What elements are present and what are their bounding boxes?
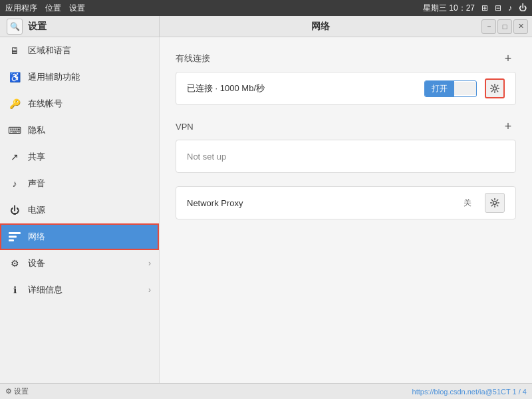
device-arrow-icon: › bbox=[148, 259, 151, 268]
power-icon: ⏻ bbox=[519, 3, 527, 13]
sidebar-item-account-label: 在线帐号 bbox=[28, 98, 151, 110]
svg-rect-1 bbox=[9, 236, 17, 238]
sidebar-item-share[interactable]: ↗ 共享 bbox=[0, 144, 159, 170]
main-area: 🖥 区域和语言 ♿ 通用辅助功能 🔑 在线帐号 ⌨ 隐私 ↗ 共享 bbox=[0, 37, 532, 383]
sidebar-item-device-label: 设备 bbox=[28, 257, 142, 269]
app-menu[interactable]: 应用程序 bbox=[5, 3, 37, 14]
vpn-add-button[interactable]: + bbox=[500, 118, 516, 134]
proxy-status-label: 关 bbox=[464, 198, 471, 209]
sidebar-item-sound[interactable]: ♪ 声音 bbox=[0, 170, 159, 197]
sound-icon: ♪ bbox=[8, 177, 21, 190]
device-icon: ⚙ bbox=[8, 257, 21, 270]
vpn-section: VPN + Not set up bbox=[176, 118, 516, 173]
monitor-icon: ⊞ bbox=[481, 3, 488, 13]
sidebar-item-network-label: 网络 bbox=[28, 231, 151, 243]
system-bar-left: 应用程序 位置 设置 bbox=[5, 3, 85, 14]
settings-menu[interactable]: 设置 bbox=[69, 3, 85, 14]
wired-connection-row: 已连接 · 1000 Mb/秒 打开 bbox=[176, 72, 515, 104]
position-menu[interactable]: 位置 bbox=[45, 3, 61, 14]
wired-settings-button[interactable] bbox=[485, 78, 505, 98]
bottom-bar-left: ⚙ 设置 bbox=[5, 386, 29, 396]
search-button[interactable]: 🔍 bbox=[7, 19, 23, 35]
toggle-off-label[interactable] bbox=[454, 82, 476, 95]
settings-panel-title: 设置 bbox=[28, 21, 47, 33]
sidebar-item-region-label: 区域和语言 bbox=[28, 45, 151, 57]
volume-icon: ♪ bbox=[508, 3, 512, 13]
sidebar-item-power-label: 电源 bbox=[28, 204, 151, 216]
vpn-card: Not set up bbox=[176, 140, 516, 173]
share-icon: ↗ bbox=[8, 150, 21, 164]
titlebar: 🔍 设置 网络 － □ ✕ bbox=[0, 16, 532, 37]
titlebar-controls: － □ ✕ bbox=[481, 19, 532, 34]
sidebar-item-account[interactable]: 🔑 在线帐号 bbox=[0, 90, 159, 117]
sidebar-item-accessibility[interactable]: ♿ 通用辅助功能 bbox=[0, 64, 159, 90]
toggle-on-label[interactable]: 打开 bbox=[425, 81, 454, 96]
info-arrow-icon: › bbox=[148, 285, 151, 295]
sidebar-item-info-label: 详细信息 bbox=[28, 284, 142, 296]
proxy-settings-button[interactable] bbox=[485, 193, 505, 213]
system-bar-right: 星期三 10：27 ⊞ ⊟ ♪ ⏻ bbox=[423, 3, 527, 14]
power-sidebar-icon: ⏻ bbox=[8, 203, 21, 217]
accessibility-icon: ♿ bbox=[8, 70, 21, 84]
wired-connection-label: 已连接 · 1000 Mb/秒 bbox=[187, 82, 416, 94]
proxy-row: Network Proxy 关 bbox=[176, 187, 515, 219]
wired-add-button[interactable]: + bbox=[500, 51, 516, 66]
network-sidebar-icon bbox=[8, 230, 21, 243]
info-icon: ℹ bbox=[8, 283, 21, 297]
vpn-section-header: VPN + bbox=[176, 118, 516, 134]
sidebar-item-privacy-label: 隐私 bbox=[28, 124, 151, 136]
proxy-label: Network Proxy bbox=[187, 198, 456, 208]
sidebar-item-region[interactable]: 🖥 区域和语言 bbox=[0, 37, 159, 64]
network-icon: ⊟ bbox=[495, 3, 501, 13]
bottom-bar-right: https://blog.csdn.net/ia@51CT 1 / 4 bbox=[412, 388, 527, 396]
wired-section-header: 有线连接 + bbox=[176, 51, 516, 66]
region-icon: 🖥 bbox=[8, 44, 21, 57]
sidebar-item-network[interactable]: 网络 bbox=[0, 223, 159, 250]
privacy-icon: ⌨ bbox=[8, 124, 21, 137]
bottom-bar: ⚙ 设置 https://blog.csdn.net/ia@51CT 1 / 4 bbox=[0, 383, 532, 399]
wired-section-title: 有线连接 bbox=[176, 53, 210, 65]
titlebar-left: 🔍 设置 bbox=[0, 16, 160, 37]
svg-rect-0 bbox=[9, 232, 21, 234]
sidebar-item-power[interactable]: ⏻ 电源 bbox=[0, 197, 159, 223]
svg-rect-2 bbox=[9, 239, 14, 241]
wired-connection-card: 已连接 · 1000 Mb/秒 打开 bbox=[176, 72, 516, 105]
svg-point-4 bbox=[493, 201, 497, 205]
close-button[interactable]: ✕ bbox=[513, 19, 528, 34]
sidebar-item-sound-label: 声音 bbox=[28, 178, 151, 190]
titlebar-center-title: 网络 bbox=[160, 21, 481, 33]
maximize-button[interactable]: □ bbox=[497, 19, 512, 34]
content-area: 有线连接 + 已连接 · 1000 Mb/秒 打开 bbox=[160, 37, 532, 383]
vpn-empty-label: Not set up bbox=[176, 140, 515, 172]
window: 🔍 设置 网络 － □ ✕ 🖥 区域和语言 ♿ 通用辅助功能 🔑 bbox=[0, 16, 532, 399]
sidebar-item-share-label: 共享 bbox=[28, 151, 151, 163]
minimize-button[interactable]: － bbox=[481, 19, 496, 34]
sidebar-item-device[interactable]: ⚙ 设备 › bbox=[0, 250, 159, 277]
account-icon: 🔑 bbox=[8, 97, 21, 110]
proxy-card: Network Proxy 关 bbox=[176, 186, 516, 219]
datetime-label: 星期三 10：27 bbox=[423, 3, 475, 14]
wired-section: 有线连接 + 已连接 · 1000 Mb/秒 打开 bbox=[176, 51, 516, 105]
svg-point-3 bbox=[493, 87, 497, 90]
sidebar: 🖥 区域和语言 ♿ 通用辅助功能 🔑 在线帐号 ⌨ 隐私 ↗ 共享 bbox=[0, 37, 160, 383]
system-bar: 应用程序 位置 设置 星期三 10：27 ⊞ ⊟ ♪ ⏻ bbox=[0, 0, 532, 16]
sidebar-item-privacy[interactable]: ⌨ 隐私 bbox=[0, 117, 159, 144]
vpn-section-title: VPN bbox=[176, 122, 194, 132]
sidebar-item-info[interactable]: ℹ 详细信息 › bbox=[0, 277, 159, 303]
proxy-section: Network Proxy 关 bbox=[176, 186, 516, 219]
wired-toggle[interactable]: 打开 bbox=[424, 80, 477, 97]
sidebar-item-accessibility-label: 通用辅助功能 bbox=[28, 71, 151, 83]
